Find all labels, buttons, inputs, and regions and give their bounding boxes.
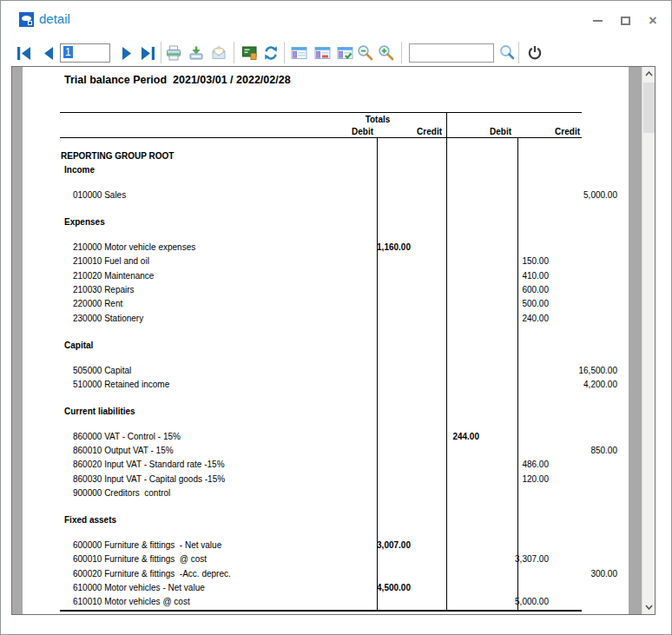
debit-value: 3,307.00 [489, 554, 549, 564]
totals-credit-value: 244.00 [411, 432, 479, 441]
row-label: 600010 Furniture & fittings @ cost [73, 554, 207, 564]
debit-value: 5,000.00 [489, 597, 549, 606]
next-page-button[interactable] [117, 43, 136, 63]
toolbar-separator [518, 42, 519, 63]
page-number-value: 1 [63, 46, 73, 58]
account-row: 610000 Motor vehicles - Net value4,500.0… [60, 583, 582, 594]
account-row: 210030 Repairs600.00 [60, 285, 582, 296]
maximize-icon [621, 17, 630, 25]
search-button[interactable] [497, 43, 517, 63]
last-page-button[interactable] [138, 43, 157, 63]
chevron-down-icon [645, 605, 653, 610]
layout-button-1[interactable] [289, 43, 308, 63]
maximize-button[interactable] [614, 11, 636, 30]
report-rows: REPORTING GROUP ROOTIncome010000 Sales5,… [60, 67, 582, 614]
row-label: Income [64, 165, 95, 175]
account-row: 510000 Retained income4,200.00 [60, 380, 582, 391]
account-row: 210000 Motor vehicle expenses1,160.00 [60, 242, 582, 254]
design-board-icon [240, 44, 259, 62]
row-label: REPORTING GROUP ROOT [61, 151, 174, 161]
zoom-out-button[interactable] [356, 43, 375, 63]
row-label: 600020 Furniture & fittings -Acc. deprec… [73, 569, 231, 579]
next-page-icon [121, 46, 133, 61]
row-label: 220000 Rent [73, 299, 122, 308]
panel-minus-icon [313, 44, 332, 62]
design-button[interactable] [240, 43, 259, 63]
search-icon [498, 44, 516, 62]
report-viewer: Trial balance Period 2021/03/01 / 2022/0… [11, 66, 656, 615]
page-number-input[interactable]: 1 [60, 43, 110, 63]
window-title: detail [39, 11, 70, 26]
row-label: 210030 Repairs [73, 285, 135, 294]
debit-value: 410.00 [489, 271, 549, 281]
layout-button-2[interactable] [313, 43, 332, 63]
debit-value: 486.00 [489, 460, 549, 469]
email-button[interactable] [209, 43, 228, 63]
credit-value: 5,000.00 [558, 190, 617, 200]
credit-value: 850.00 [558, 446, 617, 455]
titlebar: detail × [1, 1, 671, 36]
row-label: 230000 Stationery [73, 314, 143, 323]
refresh-button[interactable] [261, 43, 280, 63]
section-row: Current liabilities [60, 407, 582, 418]
layout-button-3[interactable] [335, 43, 354, 63]
totals-debit-value: 1,160.00 [303, 242, 411, 252]
prev-page-icon [43, 46, 55, 61]
row-label: 860020 Input VAT - Standard rate -15% [73, 460, 225, 469]
account-row: 210020 Maintenance410.00 [60, 271, 582, 282]
row-label: Capital [64, 341, 93, 350]
first-page-button[interactable] [15, 43, 34, 63]
row-label: 600000 Furniture & fittings - Net value [73, 540, 221, 550]
first-page-icon [16, 46, 32, 61]
row-label: 900000 Creditors control [73, 488, 170, 498]
row-label: 510000 Retained income [73, 380, 169, 389]
zoom-in-icon [377, 44, 396, 62]
credit-value: 16,500.00 [558, 366, 617, 375]
power-button[interactable] [525, 43, 544, 63]
section-row: Fixed assets [60, 515, 582, 526]
account-row: 900000 Creditors control [60, 488, 582, 499]
export-icon [188, 44, 205, 62]
account-row: 860030 Input VAT - Capital goods -15%120… [60, 474, 582, 486]
minimize-icon [593, 20, 603, 22]
row-label: 010000 Sales [73, 190, 126, 200]
report-page: Trial balance Period 2021/03/01 / 2022/0… [23, 67, 629, 614]
scroll-down-button[interactable] [642, 600, 656, 614]
print-button[interactable] [164, 43, 183, 63]
toolbar-separator [401, 42, 402, 63]
minimize-button[interactable] [586, 11, 609, 30]
account-row: 210010 Fuel and oil150.00 [60, 256, 582, 268]
scroll-thumb[interactable] [643, 83, 655, 133]
scroll-up-button[interactable] [642, 67, 656, 81]
account-row: 505000 Capital16,500.00 [60, 366, 582, 377]
section-row: Expenses [60, 217, 582, 228]
zoom-in-button[interactable] [377, 43, 396, 63]
chevron-up-icon [645, 71, 653, 76]
account-row: 600010 Furniture & fittings @ cost3,307.… [60, 554, 582, 566]
row-label: 860000 VAT - Control - 15% [73, 432, 181, 441]
row-label: 610010 Motor vehicles @ cost [73, 597, 190, 606]
printer-icon [165, 44, 182, 62]
toolbar-separator [234, 42, 234, 63]
prev-page-button[interactable] [39, 43, 58, 63]
search-input[interactable] [409, 43, 494, 63]
row-label: 210020 Maintenance [73, 271, 154, 281]
account-row: 010000 Sales5,000.00 [60, 190, 582, 202]
account-row: 860010 Output VAT - 15%850.00 [60, 446, 582, 457]
debit-value: 500.00 [489, 299, 549, 308]
toolbar-separator [161, 42, 161, 63]
debit-value: 150.00 [489, 256, 549, 266]
close-button[interactable]: × [642, 11, 664, 30]
account-row: 220000 Rent500.00 [60, 299, 582, 310]
report-viewer-window: detail × 1 [0, 0, 672, 635]
section-row: Income [60, 165, 582, 176]
credit-value: 300.00 [558, 569, 617, 579]
panel-check-icon [336, 44, 354, 62]
vertical-scrollbar[interactable] [642, 67, 655, 614]
row-label: 210000 Motor vehicle expenses [73, 242, 195, 252]
debit-value: 600.00 [489, 285, 549, 294]
report-icon [19, 12, 34, 27]
window-controls: × [586, 11, 664, 32]
export-button[interactable] [187, 43, 206, 63]
totals-debit-value: 4,500.00 [303, 583, 411, 592]
